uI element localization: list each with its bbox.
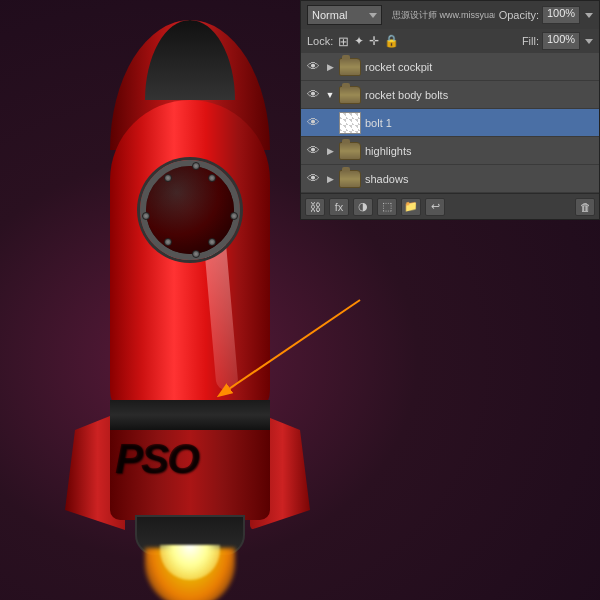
fill-section: Fill: 100% [522, 32, 593, 50]
fill-label: Fill: [522, 35, 539, 47]
layer-thumbnail [339, 112, 361, 134]
delete-layer-button[interactable]: 🗑 [575, 198, 595, 216]
link-button[interactable]: ⛓ [305, 198, 325, 216]
visibility-eye-icon[interactable]: 👁 [305, 115, 321, 131]
opacity-section: Opacity: 100% [499, 6, 593, 24]
visibility-eye-icon[interactable]: 👁 [305, 143, 321, 159]
layer-row-bolt-1[interactable]: 👁 bolt 1 [301, 109, 599, 137]
window-bolt [192, 250, 200, 258]
layers-list: 👁 ▶ rocket cockpit 👁 ▼ rocket body bolts… [301, 53, 599, 193]
adjustment-button[interactable]: ◑ [353, 198, 373, 216]
fill-input[interactable]: 100% [542, 32, 580, 50]
folder-icon [339, 86, 361, 104]
opacity-chevron-icon [585, 13, 593, 18]
window-bolt [230, 212, 238, 220]
rocket-text: PSO [115, 435, 198, 483]
layer-name: highlights [365, 145, 595, 157]
lock-pixels-icon[interactable]: ⊞ [338, 34, 349, 49]
opacity-input[interactable]: 100% [542, 6, 580, 24]
new-layer-button[interactable]: ↩ [425, 198, 445, 216]
window-bolt [164, 174, 172, 182]
visibility-eye-icon[interactable]: 👁 [305, 171, 321, 187]
folder-icon [339, 170, 361, 188]
watermark-text: 思源设计师 www.missyuan.com [392, 9, 495, 22]
window-bolt [142, 212, 150, 220]
lock-move-icon[interactable]: ✛ [369, 34, 379, 48]
opacity-label: Opacity: [499, 9, 539, 21]
expand-arrow-icon[interactable]: ▼ [325, 90, 335, 100]
layer-name: shadows [365, 173, 595, 185]
expand-arrow-icon[interactable]: ▶ [325, 174, 335, 184]
fill-chevron-icon [585, 39, 593, 44]
blend-mode-chevron-icon [369, 13, 377, 18]
folder-icon [339, 142, 361, 160]
layer-row-rocket-body-bolts[interactable]: 👁 ▼ rocket body bolts [301, 81, 599, 109]
expand-arrow-icon[interactable]: ▶ [325, 146, 335, 156]
rocket-window-glass [146, 166, 234, 254]
folder-icon [339, 58, 361, 76]
layer-row-shadows[interactable]: 👁 ▶ shadows [301, 165, 599, 193]
svg-line-1 [220, 300, 360, 395]
rocket-window [140, 160, 240, 260]
window-bolt [192, 162, 200, 170]
window-bolt [208, 238, 216, 246]
lock-row: Lock: ⊞ ✦ ✛ 🔒 Fill: 100% [301, 29, 599, 53]
expand-arrow-icon[interactable]: ▶ [325, 62, 335, 72]
layer-row-rocket-cockpit[interactable]: 👁 ▶ rocket cockpit [301, 53, 599, 81]
expand-arrow-spacer [325, 118, 335, 128]
layers-panel: Normal 思源设计师 www.missyuan.com Opacity: 1… [300, 0, 600, 220]
folder-button[interactable]: 📁 [401, 198, 421, 216]
visibility-eye-icon[interactable]: 👁 [305, 59, 321, 75]
blend-mode-dropdown[interactable]: Normal [307, 5, 382, 25]
fx-button[interactable]: fx [329, 198, 349, 216]
panel-bottom-toolbar: ⛓ fx ◑ ⬚ 📁 ↩ 🗑 [301, 193, 599, 219]
annotation-arrow [200, 290, 380, 424]
panel-header: Normal 思源设计师 www.missyuan.com Opacity: 1… [301, 1, 599, 29]
lock-all-icon[interactable]: 🔒 [384, 34, 399, 48]
window-bolt [164, 238, 172, 246]
window-bolt [208, 174, 216, 182]
mask-button[interactable]: ⬚ [377, 198, 397, 216]
lock-position-icon[interactable]: ✦ [354, 34, 364, 48]
lock-label: Lock: [307, 35, 333, 47]
blend-mode-value: Normal [312, 9, 347, 21]
layer-row-highlights[interactable]: 👁 ▶ highlights [301, 137, 599, 165]
layer-name: rocket cockpit [365, 61, 595, 73]
layer-name: bolt 1 [365, 117, 595, 129]
layer-name: rocket body bolts [365, 89, 595, 101]
visibility-eye-icon[interactable]: 👁 [305, 87, 321, 103]
